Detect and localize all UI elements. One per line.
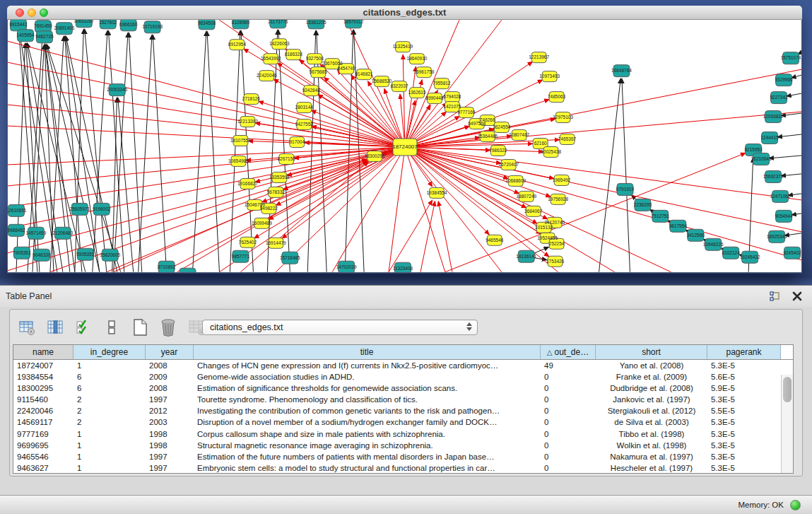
table-cell: 9115460 bbox=[13, 394, 73, 405]
column-header-year[interactable]: year bbox=[146, 345, 194, 359]
table-row[interactable]: 977716911998Corpus callosum shape and si… bbox=[13, 428, 793, 440]
svg-text:2803144: 2803144 bbox=[295, 105, 314, 110]
svg-text:9227342: 9227342 bbox=[770, 95, 788, 100]
column-header-pagerank[interactable]: pagerank bbox=[707, 345, 781, 359]
svg-text:10688609: 10688609 bbox=[505, 178, 526, 183]
close-window-button[interactable] bbox=[16, 8, 24, 17]
svg-text:7955812: 7955812 bbox=[433, 81, 451, 86]
edit-columns-icon[interactable] bbox=[45, 317, 65, 337]
table-cell: 1 bbox=[73, 451, 146, 462]
vertical-scrollbar[interactable] bbox=[781, 375, 793, 473]
table-cell: 1997 bbox=[146, 462, 194, 473]
svg-text:8912954: 8912954 bbox=[228, 42, 247, 47]
svg-text:9054944: 9054944 bbox=[775, 214, 793, 218]
svg-text:16210643: 16210643 bbox=[751, 156, 772, 161]
network-graph[interactable]: 1872400722420046271812612213393181075541… bbox=[8, 20, 801, 272]
svg-text:16099489: 16099489 bbox=[252, 221, 272, 226]
table-cell: Jankovic et al. (1997) bbox=[596, 394, 707, 405]
svg-text:7485063: 7485063 bbox=[548, 94, 566, 99]
table-cell: 5.3E-5 bbox=[707, 416, 781, 428]
table-row[interactable]: 946362711997Embryonic stem cells: a mode… bbox=[13, 462, 793, 473]
svg-text:10654985: 10654985 bbox=[228, 158, 249, 163]
table-cell: de Silva et al. (2003) bbox=[596, 416, 707, 428]
svg-text:15688520: 15688520 bbox=[372, 78, 392, 83]
table-row[interactable]: 2242004622012Investigating the contribut… bbox=[13, 405, 793, 416]
table-cell: 1998 bbox=[146, 440, 194, 451]
svg-text:62160: 62160 bbox=[534, 141, 547, 146]
svg-text:18925345: 18925345 bbox=[767, 234, 787, 239]
scrollbar-thumb[interactable] bbox=[783, 377, 792, 402]
table-cell: Franke et al. (2009) bbox=[596, 371, 707, 382]
svg-text:9242848: 9242848 bbox=[302, 88, 321, 93]
float-panel-icon[interactable] bbox=[768, 290, 781, 303]
network-canvas[interactable]: 1872400722420046271812612213393181075541… bbox=[7, 20, 802, 273]
create-table-icon[interactable] bbox=[130, 317, 150, 337]
table-cell: 9465546 bbox=[13, 451, 73, 462]
svg-text:11323408: 11323408 bbox=[393, 266, 413, 271]
column-header-in_degree[interactable]: in_degree bbox=[73, 345, 146, 359]
svg-text:7986322: 7986322 bbox=[489, 148, 507, 153]
select-columns-icon[interactable] bbox=[73, 317, 93, 337]
close-panel-icon[interactable] bbox=[791, 290, 804, 303]
table-cell: Estimation of significance thresholds fo… bbox=[194, 382, 541, 394]
svg-text:19166827: 19166827 bbox=[237, 181, 258, 186]
table-settings-icon[interactable] bbox=[17, 317, 37, 337]
svg-text:9498222: 9498222 bbox=[260, 206, 278, 211]
svg-text:9817554: 9817554 bbox=[669, 223, 688, 228]
zoom-window-button[interactable] bbox=[40, 8, 48, 17]
svg-text:9427552: 9427552 bbox=[295, 122, 314, 127]
table-cell: 0 bbox=[541, 451, 596, 462]
table-cell: 5.3E-5 bbox=[707, 428, 781, 440]
table-row[interactable]: 1456911722003Disruption of a novel membe… bbox=[13, 416, 793, 428]
row-options-icon[interactable] bbox=[102, 317, 122, 337]
svg-text:9196002: 9196002 bbox=[93, 206, 111, 211]
delete-table-icon[interactable] bbox=[158, 317, 178, 337]
table-cell: Estimation of the future numbers of pati… bbox=[194, 451, 541, 462]
table-row[interactable]: 946554611997Estimation of the future num… bbox=[13, 451, 793, 462]
table-cell: Tibbo et al. (1998) bbox=[596, 428, 707, 440]
table-row[interactable]: 1830029562008Estimation of significance … bbox=[13, 382, 793, 394]
column-header-title[interactable]: title bbox=[194, 345, 541, 359]
table-row[interactable]: 1938455462009Genome-wide association stu… bbox=[13, 371, 793, 382]
column-header-name[interactable]: name bbox=[13, 345, 73, 359]
table-row[interactable]: 911546021997Tourette syndrome. Phenomeno… bbox=[13, 394, 793, 405]
network-window-titlebar[interactable]: citations_edges.txt bbox=[7, 6, 802, 20]
column-header-short[interactable]: short bbox=[596, 345, 707, 359]
svg-text:16720407: 16720407 bbox=[498, 162, 519, 167]
table-cell: 1997 bbox=[146, 451, 194, 462]
svg-text:5905351: 5905351 bbox=[76, 252, 95, 257]
table-cell: 0 bbox=[541, 394, 596, 405]
table-panel-header: Table Panel bbox=[0, 286, 812, 307]
column-header-out_de[interactable]: △out_de… bbox=[541, 345, 596, 359]
minimize-window-button[interactable] bbox=[28, 8, 36, 17]
table-cell: 0 bbox=[541, 371, 596, 382]
table-cell: Stergiakouli et al. (2012) bbox=[596, 405, 707, 416]
table-cell: Disruption of a novel member of a sodium… bbox=[194, 416, 541, 428]
svg-text:9777169: 9777169 bbox=[457, 110, 476, 115]
svg-text:15716485: 15716485 bbox=[280, 255, 300, 260]
table-cell: 2009 bbox=[146, 371, 194, 382]
svg-text:7905351: 7905351 bbox=[13, 250, 31, 255]
svg-text:12213393: 12213393 bbox=[237, 119, 258, 124]
table-cell: Hescheler et al. (1997) bbox=[596, 462, 707, 473]
table-cell: 5.3E-5 bbox=[707, 462, 781, 473]
svg-text:21206483: 21206483 bbox=[52, 230, 73, 235]
svg-text:19245432: 19245432 bbox=[740, 255, 760, 259]
table-row[interactable]: 1872400712008Changes of HCN gene express… bbox=[13, 360, 793, 371]
svg-text:16914479: 16914479 bbox=[266, 240, 286, 245]
memory-status-label: Memory: OK bbox=[738, 496, 784, 514]
table-cell: 2 bbox=[73, 416, 146, 428]
svg-text:14702039: 14702039 bbox=[336, 264, 357, 269]
svg-text:5675685: 5675685 bbox=[310, 69, 328, 74]
svg-text:15751074: 15751074 bbox=[781, 55, 801, 60]
table-row[interactable]: 969969511998Structural magnetic resonanc… bbox=[13, 440, 793, 451]
svg-text:6966160: 6966160 bbox=[119, 22, 138, 27]
status-bar: Memory: OK bbox=[0, 495, 812, 514]
svg-text:9857771: 9857771 bbox=[232, 254, 250, 259]
svg-text:1421075: 1421075 bbox=[443, 104, 461, 109]
table-selector-dropdown[interactable]: citations_edges.txt bbox=[202, 320, 478, 335]
svg-text:12610651: 12610651 bbox=[8, 208, 27, 213]
window-title: citations_edges.txt bbox=[7, 6, 802, 20]
table-cell: 1 bbox=[73, 440, 146, 451]
table-cell: 5.5E-5 bbox=[707, 405, 781, 416]
